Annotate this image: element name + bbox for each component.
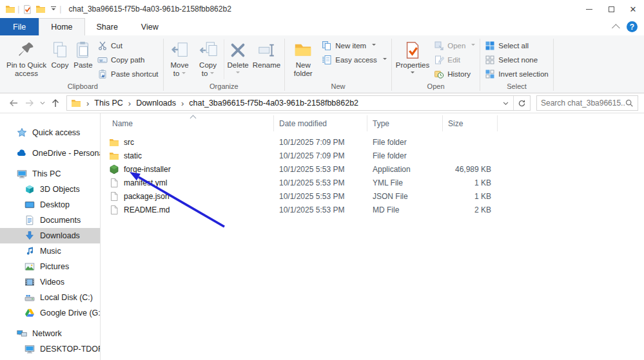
copy-button[interactable]: Copy bbox=[48, 38, 72, 71]
breadcrumb-current-folder[interactable]: chat_3ba96615-f75b-4a03-961b-2158fbb862b… bbox=[188, 99, 360, 108]
tab-share[interactable]: Share bbox=[85, 18, 130, 35]
minimize-button[interactable] bbox=[578, 0, 600, 18]
breadcrumb-separator: › bbox=[86, 99, 89, 108]
sidebar-item-videos[interactable]: Videos bbox=[0, 274, 100, 290]
forward-button[interactable] bbox=[22, 95, 37, 111]
new-folder-icon bbox=[293, 39, 313, 60]
help-icon[interactable]: ? bbox=[627, 21, 638, 32]
sidebar-item-label: Documents bbox=[40, 216, 81, 225]
sidebar-item-music[interactable]: Music bbox=[0, 243, 100, 259]
explorer-window-icon bbox=[5, 4, 15, 14]
sidebar-item-label: 3D Objects bbox=[40, 185, 80, 194]
file-rows: src 10/1/2025 7:09 PM File folder static… bbox=[107, 135, 644, 216]
new-folder-qat-icon[interactable] bbox=[35, 4, 46, 14]
easy-access-button[interactable]: Easy access bbox=[319, 53, 389, 66]
rename-button[interactable]: Rename bbox=[251, 38, 282, 71]
address-dropdown-icon[interactable] bbox=[498, 96, 513, 110]
history-button[interactable]: History bbox=[431, 67, 478, 81]
address-bar[interactable]: › This PC › Downloads › chat_3ba96615-f7… bbox=[66, 95, 531, 111]
file-name: forge-installer bbox=[124, 165, 171, 174]
sidebar-item-onedrive[interactable]: OneDrive - Personal bbox=[0, 146, 100, 161]
group-label-open: Open bbox=[392, 82, 480, 93]
paste-shortcut-button[interactable]: Paste shortcut bbox=[95, 67, 161, 81]
delete-icon bbox=[228, 39, 248, 60]
titlebar: | | chat_3ba96615-f75b-4a03-961b-2158fbb… bbox=[0, 0, 644, 18]
pin-to-quick-access-button[interactable]: Pin to Quick access bbox=[5, 38, 48, 79]
sidebar-item-label: Desktop bbox=[40, 200, 70, 209]
sidebar-item-desktop[interactable]: Desktop bbox=[0, 197, 100, 213]
invert-selection-button[interactable]: Invert selection bbox=[482, 67, 551, 81]
ribbon-group-organize: Move to Copy to Delete Rename Organize bbox=[164, 37, 285, 93]
close-button[interactable]: ✕ bbox=[622, 0, 644, 18]
breadcrumb-downloads[interactable]: Downloads bbox=[135, 99, 177, 108]
pc-icon bbox=[17, 169, 27, 179]
sidebar: Quick access OneDrive - Personal This PC… bbox=[0, 113, 101, 360]
copy-to-button[interactable]: Copy to bbox=[194, 38, 222, 79]
sidebar-item-network[interactable]: Network bbox=[0, 326, 100, 341]
properties-icon bbox=[403, 39, 422, 60]
properties-qat-icon[interactable] bbox=[22, 5, 32, 14]
select-none-button[interactable]: Select none bbox=[482, 53, 551, 66]
sidebar-item-desktop-tdofcaa[interactable]: DESKTOP-TDOFCAA bbox=[0, 341, 100, 357]
column-header-type[interactable]: Type bbox=[367, 115, 443, 131]
tab-home[interactable]: Home bbox=[39, 18, 84, 35]
sidebar-item-pictures[interactable]: Pictures bbox=[0, 259, 100, 274]
file-row-README.md[interactable]: README.md 10/1/2025 5:53 PM MD File 2 KB bbox=[107, 203, 644, 216]
sidebar-item-label: Videos bbox=[40, 278, 64, 287]
file-row-package.json[interactable]: package.json 10/1/2025 5:53 PM JSON File… bbox=[107, 189, 644, 203]
file-name: static bbox=[124, 151, 142, 160]
file-name: src bbox=[124, 138, 134, 147]
edit-icon bbox=[434, 55, 444, 65]
breadcrumb-this-pc[interactable]: This PC bbox=[93, 99, 124, 108]
sidebar-item-documents[interactable]: Documents bbox=[0, 213, 100, 228]
properties-button[interactable]: Properties bbox=[394, 38, 431, 77]
sidebar-item-3d-objects[interactable]: 3D Objects bbox=[0, 182, 100, 197]
file-type: File folder bbox=[367, 151, 443, 160]
file-row-forge-installer[interactable]: forge-installer 10/1/2025 5:53 PM Applic… bbox=[107, 162, 644, 176]
window-title: chat_3ba96615-f75b-4a03-961b-2158fbb862b… bbox=[69, 5, 231, 14]
file-row-src[interactable]: src 10/1/2025 7:09 PM File folder bbox=[107, 135, 644, 149]
sidebar-item-label: Local Disk (C:) bbox=[40, 293, 93, 302]
file-row-static[interactable]: static 10/1/2025 7:09 PM File folder bbox=[107, 149, 644, 162]
sidebar-item-local-disk-c[interactable]: Local Disk (C:) bbox=[0, 290, 100, 305]
search-icon[interactable] bbox=[625, 99, 634, 108]
column-header-name[interactable]: Name bbox=[107, 115, 274, 131]
cut-button[interactable]: Cut bbox=[95, 39, 161, 52]
open-button[interactable]: Open bbox=[431, 39, 478, 52]
file-date-modified: 10/1/2025 7:09 PM bbox=[274, 151, 367, 160]
chevron-down-icon bbox=[411, 71, 415, 75]
back-button[interactable] bbox=[6, 95, 21, 111]
sidebar-item-quick-access[interactable]: Quick access bbox=[0, 125, 100, 140]
move-to-button[interactable]: Move to bbox=[166, 38, 194, 79]
tab-file[interactable]: File bbox=[0, 18, 39, 35]
forge-icon bbox=[109, 164, 119, 175]
paste-button[interactable]: Paste bbox=[72, 38, 95, 71]
file-date-modified: 10/1/2025 5:53 PM bbox=[274, 178, 367, 187]
maximize-button[interactable] bbox=[600, 0, 622, 18]
file-row-manifest.yml[interactable]: manifest.yml 10/1/2025 5:53 PM YML File … bbox=[107, 176, 644, 189]
up-button[interactable] bbox=[48, 95, 63, 111]
chevron-down-icon bbox=[182, 72, 186, 76]
refresh-icon[interactable] bbox=[513, 96, 530, 110]
select-all-icon bbox=[485, 41, 495, 51]
file-explorer-window: | | chat_3ba96615-f75b-4a03-961b-2158fbb… bbox=[0, 0, 644, 360]
sidebar-item-label: Google Drive (G:) bbox=[40, 308, 101, 317]
select-all-button[interactable]: Select all bbox=[482, 39, 551, 52]
column-header-date-modified[interactable]: Date modified bbox=[274, 115, 367, 131]
gdrive-icon bbox=[24, 308, 35, 318]
download-icon bbox=[24, 231, 35, 241]
new-folder-button[interactable]: New folder bbox=[287, 38, 319, 79]
copy-path-button[interactable]: W... Copy path bbox=[95, 53, 161, 66]
sidebar-item-this-pc[interactable]: This PC bbox=[0, 166, 100, 182]
sidebar-item-google-drive-g[interactable]: Google Drive (G:) bbox=[0, 305, 100, 321]
delete-button[interactable]: Delete bbox=[226, 38, 251, 77]
recent-locations-icon[interactable] bbox=[38, 95, 47, 111]
minimize-ribbon-icon[interactable] bbox=[612, 24, 620, 32]
column-header-size[interactable]: Size bbox=[443, 115, 498, 131]
edit-button[interactable]: Edit bbox=[431, 53, 478, 66]
sidebar-item-downloads[interactable]: Downloads bbox=[0, 228, 100, 243]
customize-toolbar-icon[interactable] bbox=[50, 5, 57, 14]
search-input[interactable] bbox=[541, 99, 625, 108]
tab-view[interactable]: View bbox=[130, 18, 170, 35]
new-item-button[interactable]: New item bbox=[319, 39, 389, 52]
